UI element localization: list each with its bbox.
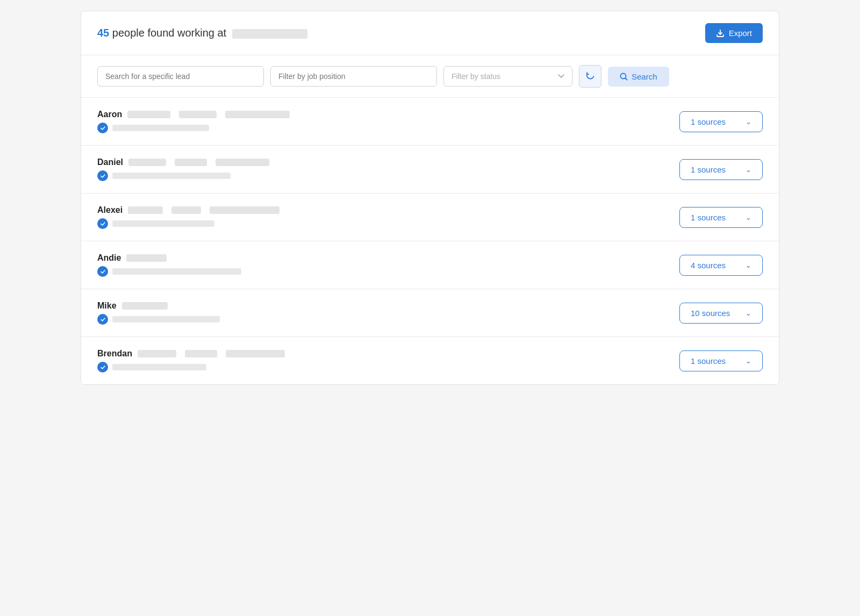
sources-button[interactable]: 1 sources ⌄ xyxy=(679,111,763,132)
person-first-name: Mike xyxy=(97,301,117,311)
person-subtitle-blur xyxy=(112,220,214,227)
title-blur-2 xyxy=(226,350,285,357)
company-name-blur xyxy=(232,29,307,39)
person-sub-line xyxy=(97,266,241,277)
sources-count: 1 sources xyxy=(691,356,726,366)
verified-icon xyxy=(97,123,108,133)
sources-button[interactable]: 1 sources ⌄ xyxy=(679,350,763,371)
search-lead-input[interactable] xyxy=(97,66,264,87)
sources-button[interactable]: 10 sources ⌄ xyxy=(679,303,763,324)
header: 45 people found working at Export xyxy=(81,11,779,55)
person-first-name: Andie xyxy=(97,253,121,263)
refresh-button[interactable] xyxy=(579,65,601,88)
sources-button[interactable]: 1 sources ⌄ xyxy=(679,207,763,228)
chevron-down-icon: ⌄ xyxy=(746,166,751,174)
sources-count: 1 sources xyxy=(691,165,726,174)
chevron-down-icon: ⌄ xyxy=(746,309,751,317)
chevron-down-icon: ⌄ xyxy=(746,118,751,126)
person-subtitle-blur xyxy=(112,268,241,275)
title-blur-2 xyxy=(225,111,290,118)
person-row: Brendan 1 sources ⌄ xyxy=(81,337,779,384)
person-row: Andie 4 sources ⌄ xyxy=(81,241,779,289)
verified-icon xyxy=(97,266,108,277)
person-name-line: Alexei xyxy=(97,205,280,215)
name-blur xyxy=(138,350,176,357)
person-subtitle-blur xyxy=(112,173,231,179)
search-button[interactable]: Search xyxy=(608,67,669,87)
person-info: Brendan xyxy=(97,349,285,373)
title-blur-1 xyxy=(185,350,217,357)
page-title: 45 people found working at xyxy=(97,27,307,39)
sources-count: 1 sources xyxy=(691,213,726,222)
person-first-name: Aaron xyxy=(97,110,122,119)
person-row: Aaron 1 sources ⌄ xyxy=(81,98,779,146)
person-subtitle-blur xyxy=(112,316,220,323)
verified-icon xyxy=(97,362,108,373)
refresh-icon xyxy=(585,71,595,81)
person-sub-line xyxy=(97,362,285,373)
people-count: 45 xyxy=(97,27,109,39)
sources-count: 1 sources xyxy=(691,117,726,126)
person-name-line: Mike xyxy=(97,301,220,311)
filter-status-select[interactable]: Filter by status Active Inactive xyxy=(443,66,572,87)
person-sub-line xyxy=(97,218,280,229)
title-blur-1 xyxy=(175,159,207,166)
person-subtitle-blur xyxy=(112,364,206,370)
chevron-down-icon: ⌄ xyxy=(746,357,751,365)
person-sub-line xyxy=(97,123,290,133)
person-subtitle-blur xyxy=(112,125,209,131)
sources-count: 10 sources xyxy=(691,309,730,318)
person-sub-line xyxy=(97,314,220,325)
chevron-down-icon: ⌄ xyxy=(746,261,751,269)
person-name-line: Andie xyxy=(97,253,241,263)
person-name-line: Daniel xyxy=(97,157,269,167)
title-blur-2 xyxy=(216,159,269,166)
name-blur xyxy=(122,302,168,310)
person-first-name: Brendan xyxy=(97,349,132,359)
name-blur xyxy=(126,254,167,262)
title-blur-2 xyxy=(210,206,280,214)
person-info: Mike xyxy=(97,301,220,325)
export-icon xyxy=(716,29,725,38)
sources-button[interactable]: 1 sources ⌄ xyxy=(679,159,763,180)
filter-job-input[interactable] xyxy=(270,66,437,87)
verified-icon xyxy=(97,170,108,181)
main-container: 45 people found working at Export Filter… xyxy=(81,11,779,385)
person-info: Alexei xyxy=(97,205,280,229)
export-button[interactable]: Export xyxy=(705,23,763,43)
person-first-name: Alexei xyxy=(97,205,123,215)
person-info: Aaron xyxy=(97,110,290,133)
filters-row: Filter by status Active Inactive Search xyxy=(81,55,779,98)
name-blur xyxy=(127,111,170,118)
people-list: Aaron 1 sources ⌄ Daniel xyxy=(81,98,779,384)
person-row: Daniel 1 sources ⌄ xyxy=(81,146,779,194)
search-icon xyxy=(620,73,628,81)
person-sub-line xyxy=(97,170,269,181)
name-blur xyxy=(128,206,163,214)
name-blur xyxy=(128,159,166,166)
person-name-line: Aaron xyxy=(97,110,290,119)
verified-icon xyxy=(97,218,108,229)
sources-button[interactable]: 4 sources ⌄ xyxy=(679,255,763,276)
person-first-name: Daniel xyxy=(97,157,123,167)
sources-count: 4 sources xyxy=(691,261,726,270)
person-row: Mike 10 sources ⌄ xyxy=(81,289,779,337)
person-info: Daniel xyxy=(97,157,269,181)
title-blur-1 xyxy=(179,111,217,118)
person-info: Andie xyxy=(97,253,241,277)
verified-icon xyxy=(97,314,108,325)
person-name-line: Brendan xyxy=(97,349,285,359)
chevron-down-icon: ⌄ xyxy=(746,213,751,221)
title-blur-1 xyxy=(171,206,201,214)
person-row: Alexei 1 sources ⌄ xyxy=(81,194,779,241)
